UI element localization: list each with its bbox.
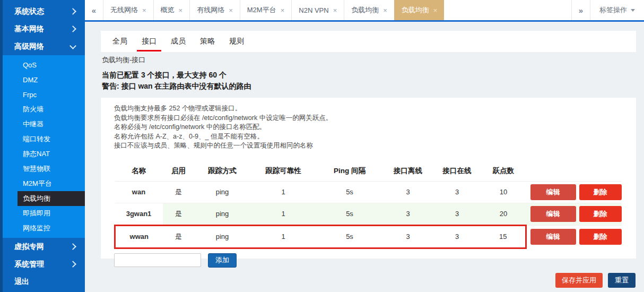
sidebar-item-label: 退出: [14, 277, 29, 287]
sidebar-item-advanced-network[interactable]: 高级网络: [3, 38, 85, 55]
description-line-3: 名称必须与 /etc/config/network 中的接口名称匹配。: [114, 123, 636, 132]
sidebar-item-label: 静态NAT: [23, 149, 50, 159]
close-icon[interactable]: ×: [333, 7, 337, 14]
module-tab-strip: 全局接口成员策略规则: [101, 31, 636, 52]
add-button[interactable]: 添加: [208, 253, 237, 268]
cell-up: 3: [433, 181, 481, 203]
sidebar-item-label: 负载均衡: [23, 194, 50, 203]
tab-overview[interactable]: 概览×: [153, 0, 190, 20]
close-icon[interactable]: ×: [281, 7, 285, 14]
tab-rule[interactable]: 规则: [229, 37, 244, 46]
close-icon[interactable]: ×: [229, 7, 233, 14]
sidebar-item-system-status[interactable]: 系统状态: [3, 3, 85, 20]
edit-button-wan[interactable]: 编辑: [530, 184, 576, 200]
tab-operations-menu[interactable]: 标签操作: [590, 0, 644, 20]
scroll-tabs-right-icon[interactable]: »: [571, 0, 590, 20]
sidebar-item-repeater[interactable]: 中继器: [3, 117, 85, 132]
cell-metric: 15: [481, 225, 526, 248]
sidebar-item-label: 智慧物联: [23, 164, 50, 174]
tab-global[interactable]: 全局: [112, 37, 127, 46]
close-icon[interactable]: ×: [383, 7, 387, 14]
cell-metric: 10: [481, 181, 526, 203]
sidebar-item-label: 虚拟专网: [14, 242, 44, 252]
cell-actions: 编辑删除: [526, 203, 622, 225]
tab-policy[interactable]: 策略: [200, 37, 215, 46]
sidebar-item-label: DMZ: [23, 76, 38, 84]
cell-name: 3gwan1: [115, 203, 163, 225]
chevron-right-icon: [69, 243, 76, 250]
new-interface-input[interactable]: [114, 253, 201, 267]
column-header-5: Ping 间隔: [317, 161, 383, 182]
app-root: 系统状态基本网络高级网络QoSDMZFrpc防火墙中继器端口转发静态NAT智慧物…: [0, 0, 644, 292]
sidebar-item-upnp[interactable]: 即插即用: [3, 206, 85, 221]
column-header-8: 跃点数: [481, 161, 526, 182]
description-line-4: 名称允许包括 A-Z、a-z、0-9、_ 但是不能有空格。: [114, 132, 636, 142]
column-header-2: 启用: [163, 161, 195, 182]
column-header-3: 跟踪方式: [195, 161, 250, 182]
sidebar-item-m2m-platform[interactable]: M2M平台: [3, 176, 85, 191]
scroll-tabs-left-icon[interactable]: «: [85, 0, 103, 20]
column-header-7: 接口在线: [433, 161, 481, 182]
tab-interface[interactable]: 接口: [142, 37, 156, 46]
table-row-3gwan1: 3gwan1是ping15s3320编辑删除: [115, 203, 622, 225]
tab-load-balance-1[interactable]: 负载均衡×: [344, 0, 394, 20]
sidebar-item-label: 基本网络: [14, 24, 44, 34]
delete-button-wan[interactable]: 删除: [579, 184, 622, 200]
sidebar-section-1: QoSDMZFrpc防火墙中继器端口转发静态NAT智慧物联M2M平台负载均衡即插…: [3, 55, 85, 238]
delete-button-3gwan1[interactable]: 删除: [579, 206, 622, 222]
sidebar-item-label: 高级网络: [14, 42, 44, 51]
sidebar-item-vpn[interactable]: 虚拟专网: [3, 238, 85, 255]
edit-button-wwan[interactable]: 编辑: [530, 229, 576, 245]
cell-method: ping: [195, 225, 250, 248]
tab-load-balance-2[interactable]: 负载均衡×: [394, 0, 445, 20]
sidebar-item-static-nat[interactable]: 静态NAT: [3, 147, 85, 161]
warning-line: 警告: 接口 wan 在主路由表中没有默认的路由: [102, 81, 251, 92]
sidebar-item-load-balance[interactable]: 负载均衡: [18, 191, 85, 206]
delete-button-wwan[interactable]: 删除: [579, 229, 622, 245]
tab-label: 负载均衡: [402, 5, 429, 15]
close-icon[interactable]: ×: [142, 7, 146, 14]
tab-member[interactable]: 成员: [171, 37, 186, 46]
sidebar-item-port-forward[interactable]: 端口转发: [3, 132, 85, 147]
sidebar-item-network-monitor[interactable]: 网络监控: [3, 221, 85, 236]
table-row-wwan: wwan是ping15s3315编辑删除: [115, 225, 622, 248]
cell-actions: 编辑删除: [526, 225, 622, 248]
cell-interval: 5s: [317, 203, 383, 225]
tab-label: M2M平台: [247, 5, 276, 15]
cell-metric: 20: [481, 203, 526, 225]
sidebar-item-smart-iot[interactable]: 智慧物联: [3, 161, 85, 176]
sidebar-item-label: 端口转发: [23, 134, 50, 144]
cell-name: wwan: [115, 225, 163, 248]
sidebar-item-frpc[interactable]: Frpc: [3, 87, 85, 102]
cell-interval: 5s: [317, 181, 383, 203]
sidebar-item-dmz[interactable]: DMZ: [3, 72, 85, 87]
close-icon[interactable]: ×: [433, 7, 438, 14]
sidebar-item-label: 系统管理: [14, 260, 44, 269]
edit-button-3gwan1[interactable]: 编辑: [530, 206, 576, 222]
add-interface-row: 添加: [114, 253, 636, 268]
tab-n2n-vpn[interactable]: N2N VPN×: [291, 0, 344, 20]
sidebar-item-system-manage[interactable]: 系统管理: [3, 255, 85, 273]
sidebar-item-firewall[interactable]: 防火墙: [3, 102, 85, 117]
description-line-1: 负载均衡支持最多 252 个物理或逻辑接口。: [114, 104, 636, 114]
reset-button[interactable]: 重置: [608, 273, 636, 288]
tab-wired-network[interactable]: 有线网络×: [189, 0, 240, 20]
cell-reliability: 1: [250, 225, 317, 248]
cell-down: 3: [383, 181, 433, 203]
sidebar-item-qos[interactable]: QoS: [3, 57, 85, 72]
cell-actions: 编辑删除: [526, 181, 622, 203]
sidebar-item-logout[interactable]: 退出: [3, 273, 85, 290]
page-info: 负载均衡-接口 当前已配置 3 个接口，最大支持 60 个 警告: 接口 wan…: [102, 55, 251, 92]
column-header-1: 名称: [115, 161, 163, 182]
sidebar-item-label: 防火墙: [23, 105, 43, 114]
sidebar-item-basic-network[interactable]: 基本网络: [3, 20, 85, 38]
tab-wireless-network[interactable]: 无线网络×: [103, 0, 153, 20]
tab-m2m-platform[interactable]: M2M平台×: [240, 0, 291, 20]
sidebar-section-0: 系统状态基本网络高级网络: [3, 0, 85, 55]
cell-up: 3: [433, 225, 481, 248]
save-apply-button[interactable]: 保存并应用: [555, 273, 603, 288]
cell-method: ping: [195, 203, 250, 225]
cell-down: 3: [383, 225, 433, 248]
close-icon[interactable]: ×: [179, 7, 183, 14]
chevron-right-icon: [69, 25, 76, 32]
